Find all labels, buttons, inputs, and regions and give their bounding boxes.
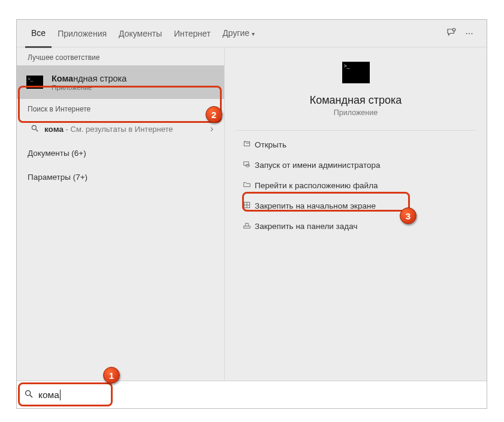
tab-apps[interactable]: Приложения <box>52 20 113 47</box>
action-run-as-admin[interactable]: Запуск от имени администратора <box>236 155 476 175</box>
svg-rect-3 <box>244 141 249 146</box>
filter-tabs: Все Приложения Документы Интернет Другие… <box>17 20 487 47</box>
action-pin-start[interactable]: Закрепить на начальном экране <box>236 195 476 216</box>
cmd-icon <box>26 76 43 89</box>
app-type: Приложение <box>334 108 378 117</box>
chevron-right-icon: › <box>210 123 213 134</box>
svg-line-8 <box>30 395 32 397</box>
preview-pane: Командная строка Приложение Открыть Запу… <box>224 47 487 381</box>
settings-group[interactable]: Параметры (7+) <box>17 165 224 189</box>
best-match-item[interactable]: Командная строка Приложение <box>17 65 224 99</box>
tab-internet[interactable]: Интернет <box>168 20 216 47</box>
search-icon <box>28 124 42 134</box>
results-body: Лучшее соответствие Командная строка При… <box>17 47 487 381</box>
web-search-label: Поиск в Интернете <box>17 99 224 117</box>
feedback-icon[interactable] <box>442 27 460 40</box>
best-match-subtitle: Приложение <box>52 84 126 91</box>
pin-start-icon <box>239 201 255 211</box>
search-panel: Все Приложения Документы Интернет Другие… <box>16 19 487 409</box>
tab-other[interactable]: Другие▾ <box>216 20 261 47</box>
action-pin-taskbar[interactable]: Закрепить на панели задач <box>236 216 476 236</box>
action-open-location[interactable]: Перейти к расположению файла <box>236 175 476 195</box>
admin-icon <box>239 160 255 170</box>
best-match-label: Лучшее соответствие <box>17 47 224 65</box>
search-text: кома <box>38 390 59 400</box>
svg-line-2 <box>36 129 38 131</box>
documents-group[interactable]: Документы (6+) <box>17 141 224 165</box>
action-list: Открыть Запуск от имени администратора П… <box>236 130 476 236</box>
svg-point-0 <box>452 28 455 31</box>
app-icon <box>342 62 370 83</box>
tab-all[interactable]: Все <box>25 20 52 48</box>
svg-point-7 <box>26 390 31 395</box>
results-list: Лучшее соответствие Командная строка При… <box>17 47 224 381</box>
svg-rect-6 <box>244 226 251 228</box>
best-match-title: Командная строка <box>52 74 126 83</box>
tab-documents[interactable]: Документы <box>113 20 168 47</box>
web-search-item[interactable]: кома - См. результаты в Интернете › <box>17 117 224 141</box>
action-open[interactable]: Открыть <box>236 134 476 155</box>
pin-taskbar-icon <box>239 221 255 231</box>
svg-point-1 <box>32 125 36 129</box>
search-input[interactable]: кома <box>17 381 487 408</box>
text-cursor <box>60 390 61 400</box>
search-icon <box>24 389 34 401</box>
more-icon[interactable]: ··· <box>460 28 478 39</box>
chevron-down-icon: ▾ <box>252 31 255 37</box>
app-title: Командная строка <box>310 94 402 107</box>
open-icon <box>239 140 255 150</box>
folder-icon <box>239 180 255 191</box>
